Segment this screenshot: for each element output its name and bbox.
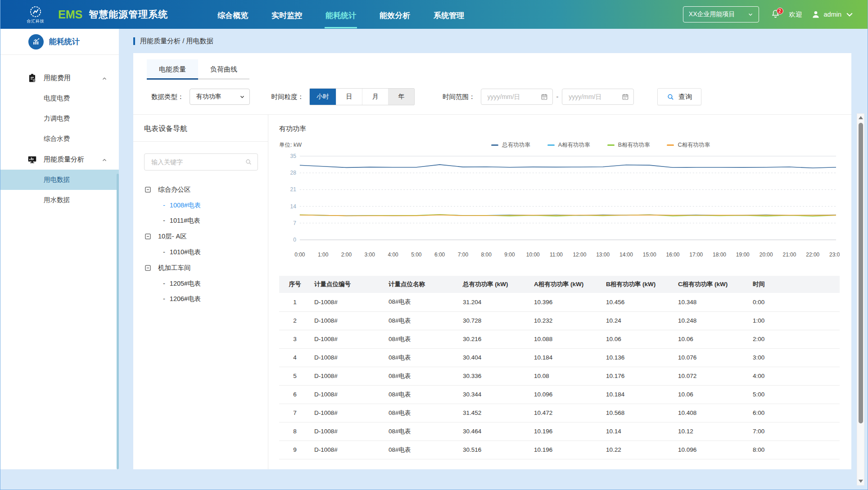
legend-dash-icon bbox=[667, 144, 674, 146]
tree-item-1205#电表[interactable]: 1205#电表 bbox=[145, 276, 268, 291]
line-chart: 07142128350:001:002:003:004:005:006:007:… bbox=[279, 151, 840, 262]
notification-bell[interactable]: 2 bbox=[771, 9, 780, 20]
sidebar-item-电度电费[interactable]: 电度电费 bbox=[0, 88, 119, 108]
tree-item-1010#电表[interactable]: 1010#电表 bbox=[145, 244, 268, 260]
table-cell: 3 bbox=[279, 330, 311, 348]
tree-item-1008#电表[interactable]: 1008#电表 bbox=[145, 198, 268, 213]
table-cell: 5 bbox=[279, 367, 311, 385]
table-cell: 4:00 bbox=[749, 367, 840, 385]
user-menu[interactable]: admin bbox=[811, 10, 854, 19]
table-row: 1D-1008#08#电表31.20410.39610.45610.3480:0… bbox=[279, 293, 840, 311]
legend-item-2[interactable]: B相有功功率 bbox=[607, 141, 650, 149]
table-cell: 2:00 bbox=[749, 330, 840, 348]
end-date-input[interactable] bbox=[568, 93, 622, 101]
legend-item-1[interactable]: A相有功功率 bbox=[547, 141, 590, 149]
table-cell: D-1008# bbox=[311, 348, 385, 367]
table-row: 9D-1008#08#电表30.51610.19610.2210.0968:00 bbox=[279, 441, 840, 459]
table-cell: 5:00 bbox=[749, 385, 840, 404]
meter-tree-panel: 电表设备导航 综合办公区1008#电表1011#电表10层- A区1010#电表… bbox=[133, 115, 268, 469]
nav-item-4[interactable]: 系统管理 bbox=[433, 1, 465, 28]
tab-0[interactable]: 电能质量 bbox=[147, 59, 198, 80]
svg-text:21:00: 21:00 bbox=[783, 252, 796, 258]
table-cell: 6:00 bbox=[749, 404, 840, 422]
table-cell: 7:00 bbox=[749, 422, 840, 441]
table-cell: 9 bbox=[279, 441, 311, 459]
scrollbar-thumb[interactable] bbox=[859, 123, 863, 423]
tree-search-input[interactable] bbox=[150, 158, 245, 166]
chart-meta: 单位: kW 总有功功率A相有功功率B相有功功率C相有功功率 bbox=[279, 141, 840, 149]
scroll-down-arrow[interactable] bbox=[859, 480, 863, 483]
minus-box-icon[interactable] bbox=[145, 233, 151, 240]
table-header-cell: A相有功功率 (kW) bbox=[530, 276, 602, 293]
table-row: 5D-1008#08#电表30.33610.0810.17610.0724:00 bbox=[279, 367, 840, 385]
data-type-select[interactable]: 有功功率 bbox=[190, 89, 250, 105]
search-icon[interactable] bbox=[245, 158, 252, 166]
table-cell: 31.452 bbox=[459, 404, 530, 422]
sidebar-item-综合水费[interactable]: 综合水费 bbox=[0, 129, 119, 149]
sidebar-section-1[interactable]: 用能质量分析 bbox=[0, 149, 119, 170]
table-cell: 10.472 bbox=[530, 404, 602, 422]
vertical-scrollbar[interactable] bbox=[857, 113, 864, 486]
chevron-up-icon bbox=[102, 75, 107, 81]
calendar-icon[interactable] bbox=[541, 93, 548, 100]
table-cell: 10.072 bbox=[674, 367, 749, 385]
svg-text:9:00: 9:00 bbox=[504, 252, 515, 258]
table-cell: 2 bbox=[279, 311, 311, 330]
nav-item-1[interactable]: 实时监控 bbox=[271, 1, 303, 28]
nav-item-3[interactable]: 能效分析 bbox=[379, 1, 411, 28]
table-cell: 30.464 bbox=[459, 422, 530, 441]
tree-group-2[interactable]: 机加工车间 bbox=[145, 260, 268, 276]
data-type-value: 有功功率 bbox=[196, 93, 222, 101]
svg-text:7: 7 bbox=[293, 220, 296, 226]
svg-text:14: 14 bbox=[290, 203, 297, 210]
table-cell: 10.08 bbox=[530, 367, 602, 385]
module-icon bbox=[28, 34, 44, 49]
scroll-up-arrow[interactable] bbox=[859, 116, 863, 119]
minus-box-icon[interactable] bbox=[145, 265, 151, 271]
table-cell: 3:00 bbox=[749, 348, 840, 367]
sidebar-item-力调电费[interactable]: 力调电费 bbox=[0, 108, 119, 129]
legend-label: B相有功功率 bbox=[618, 141, 650, 149]
tab-1[interactable]: 负荷曲线 bbox=[198, 59, 249, 80]
granularity-option-3[interactable]: 年 bbox=[388, 89, 414, 105]
legend-item-0[interactable]: 总有功功率 bbox=[491, 141, 530, 149]
nav-item-2[interactable]: 能耗统计 bbox=[325, 1, 357, 28]
chevron-down-icon bbox=[845, 10, 854, 19]
tree-group-1[interactable]: 10层- A区 bbox=[145, 228, 268, 244]
table-cell: D-1008# bbox=[311, 293, 385, 311]
sidebar-section-0[interactable]: 用能费用 bbox=[0, 67, 119, 88]
svg-text:11:00: 11:00 bbox=[550, 252, 563, 258]
granularity-option-0[interactable]: 小时 bbox=[310, 89, 336, 105]
granularity-option-2[interactable]: 月 bbox=[362, 89, 388, 105]
table-cell: 30.216 bbox=[459, 330, 530, 348]
range-separator: - bbox=[556, 93, 559, 100]
project-select[interactable]: XX企业用能项目 bbox=[683, 6, 759, 22]
calendar-icon[interactable] bbox=[622, 93, 629, 100]
sidebar-item-用电数据[interactable]: 用电数据 bbox=[0, 170, 119, 190]
table-header-cell: 序号 bbox=[279, 276, 311, 293]
legend-dash-icon bbox=[491, 144, 498, 146]
minus-box-icon[interactable] bbox=[145, 186, 151, 193]
sidebar-section-label: 用能质量分析 bbox=[44, 155, 84, 164]
search-icon bbox=[667, 93, 674, 101]
granularity-option-1[interactable]: 日 bbox=[336, 89, 362, 105]
sidebar-section-label: 用能费用 bbox=[44, 74, 71, 82]
table-row: 3D-1008#08#电表30.21610.08810.0610.062:00 bbox=[279, 330, 840, 348]
sidebar-item-用水数据[interactable]: 用水数据 bbox=[0, 190, 119, 210]
table-cell: 10.408 bbox=[674, 404, 749, 422]
query-button[interactable]: 查询 bbox=[657, 88, 701, 105]
tree-group-0[interactable]: 综合办公区 bbox=[145, 181, 268, 198]
svg-text:10:00: 10:00 bbox=[526, 252, 540, 258]
table-header-cell: 时间 bbox=[749, 276, 840, 293]
table-cell: 10.176 bbox=[602, 367, 674, 385]
table-cell: 08#电表 bbox=[385, 348, 459, 367]
legend-item-3[interactable]: C相有功功率 bbox=[667, 141, 710, 149]
svg-text:17:00: 17:00 bbox=[689, 252, 703, 258]
chart-title: 有功功率 bbox=[279, 115, 840, 133]
nav-item-0[interactable]: 综合概览 bbox=[217, 1, 249, 28]
start-date-input[interactable] bbox=[487, 93, 541, 101]
tree-item-1011#电表[interactable]: 1011#电表 bbox=[145, 213, 268, 228]
tree-item-1206#电表[interactable]: 1206#电表 bbox=[145, 291, 268, 306]
table-cell: 10.06 bbox=[602, 330, 674, 348]
svg-text:3:00: 3:00 bbox=[365, 252, 375, 258]
